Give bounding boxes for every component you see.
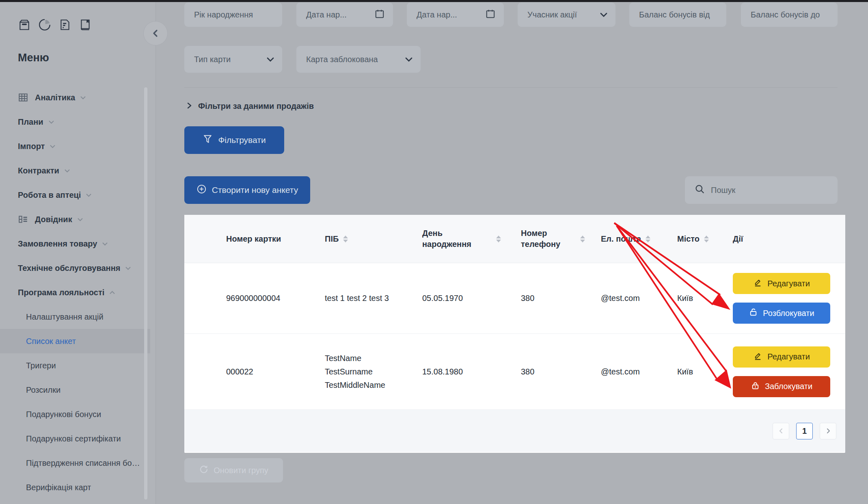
sort-icon[interactable] bbox=[580, 236, 585, 242]
calendar-icon bbox=[374, 9, 385, 21]
sidebar: Меню Аналітика Плани Імпорт Контракти Ро… bbox=[0, 2, 156, 504]
table-row: 969000000004 test 1 test 2 test 3 05.05.… bbox=[184, 263, 845, 334]
search-icon bbox=[695, 184, 705, 197]
promo-participant-placeholder: Учасник акції bbox=[527, 10, 600, 19]
chevron-down-icon bbox=[405, 55, 412, 64]
chevron-down-icon bbox=[64, 169, 70, 173]
sidebar-item-plans[interactable]: Плани bbox=[0, 110, 150, 134]
sidebar-item-questionnaire-list[interactable]: Список анкет bbox=[0, 329, 150, 353]
pagination-page-1[interactable]: 1 bbox=[796, 423, 813, 439]
cell-phone: 380 bbox=[521, 367, 601, 376]
bonus-balance-from-input[interactable]: Баланс бонусів від bbox=[629, 2, 726, 27]
cell-city: Київ bbox=[677, 294, 733, 303]
chevron-down-icon bbox=[600, 10, 607, 19]
pagination-prev-button[interactable] bbox=[773, 423, 789, 439]
chevron-down-icon bbox=[267, 55, 274, 64]
sidebar-item-card-verification[interactable]: Верифікація карт bbox=[0, 475, 150, 500]
edit-button[interactable]: Редагувати bbox=[733, 346, 830, 368]
cell-city: Київ bbox=[677, 367, 733, 376]
table-header-row: Номер картки ПІБ День народження Номер т… bbox=[184, 215, 845, 263]
sidebar-item-directory[interactable]: Довідник bbox=[0, 207, 150, 231]
search-input[interactable]: Пошук bbox=[685, 176, 838, 204]
list-icon bbox=[18, 214, 35, 225]
unlock-button[interactable]: Розблокувати bbox=[733, 303, 830, 324]
sort-icon[interactable] bbox=[496, 236, 501, 242]
unlock-icon bbox=[749, 307, 758, 319]
year-of-birth-placeholder: Рік народження bbox=[194, 10, 274, 19]
chevron-down-icon bbox=[86, 193, 92, 197]
column-header-email: Ел. пошта bbox=[601, 234, 677, 244]
sidebar-item-pharmacy-work[interactable]: Робота в аптеці bbox=[0, 183, 150, 207]
year-of-birth-input[interactable]: Рік народження bbox=[184, 2, 282, 27]
bonus-balance-to-placeholder: Баланс бонусів до bbox=[751, 10, 829, 19]
sidebar-scrollbar[interactable] bbox=[144, 87, 147, 500]
sidebar-item-contracts[interactable]: Контракти bbox=[0, 158, 150, 183]
sidebar-item-gift-certificates[interactable]: Подарункові сертифікати bbox=[0, 426, 150, 451]
update-group-button[interactable]: Оновити групу bbox=[184, 458, 283, 482]
chevron-up-icon bbox=[109, 290, 115, 295]
sort-icon[interactable] bbox=[343, 236, 348, 242]
bonus-balance-to-input[interactable]: Баланс бонусів до bbox=[741, 2, 838, 27]
calendar-icon bbox=[485, 9, 496, 21]
chevron-down-icon bbox=[48, 120, 54, 124]
filter-button[interactable]: Фільтрувати bbox=[184, 126, 284, 154]
sidebar-item-gift-bonuses[interactable]: Подарункові бонуси bbox=[0, 402, 150, 426]
funnel-icon bbox=[203, 134, 213, 146]
pencil-icon bbox=[753, 278, 762, 289]
sales-filters-toggle[interactable]: Фільтри за даними продажів bbox=[186, 102, 314, 111]
sidebar-item-triggers[interactable]: Тригери bbox=[0, 353, 150, 378]
sidebar-item-analytics[interactable]: Аналітика bbox=[0, 85, 150, 110]
card-blocked-select[interactable]: Карта заблокована bbox=[296, 46, 421, 73]
table-footer: 1 bbox=[184, 410, 845, 452]
chevron-down-icon bbox=[102, 242, 108, 246]
birth-date-to-placeholder: Дата нар... bbox=[417, 10, 485, 19]
cell-birthday: 05.05.1970 bbox=[422, 294, 521, 303]
document-icon[interactable] bbox=[58, 18, 71, 31]
create-questionnaire-button[interactable]: Створити нову анкету bbox=[184, 176, 310, 204]
sidebar-item-mailings[interactable]: Розсилки bbox=[0, 378, 150, 402]
sidebar-item-bonus-writeoff-confirmation[interactable]: Підтвердження списання бону... bbox=[0, 451, 150, 475]
chevron-down-icon bbox=[50, 144, 56, 149]
column-header-birthday: День народження bbox=[422, 228, 521, 250]
birth-date-to-input[interactable]: Дата нар... bbox=[407, 2, 504, 27]
sidebar-item-maintenance[interactable]: Технічне обслуговування bbox=[0, 256, 150, 280]
card-type-select[interactable]: Тип карти bbox=[184, 46, 282, 73]
cell-email: @test.com bbox=[601, 294, 677, 303]
cell-birthday: 15.08.1980 bbox=[422, 367, 521, 376]
column-header-phone: Номер телефону bbox=[521, 228, 601, 250]
sort-icon[interactable] bbox=[646, 236, 650, 242]
pagination-next-button[interactable] bbox=[820, 423, 836, 439]
bonus-balance-from-placeholder: Баланс бонусів від bbox=[639, 10, 718, 19]
filters-divider bbox=[184, 87, 838, 88]
book-icon[interactable] bbox=[79, 18, 92, 31]
sidebar-menu: Аналітика Плани Імпорт Контракти Робота … bbox=[0, 85, 150, 500]
sales-filters-label: Фільтри за даними продажів bbox=[198, 102, 314, 111]
column-header-card-number: Номер картки bbox=[226, 234, 325, 244]
sidebar-quick-icons bbox=[18, 18, 92, 31]
archive-box-icon[interactable] bbox=[18, 18, 31, 31]
birth-date-from-placeholder: Дата нар... bbox=[306, 10, 374, 19]
edit-button[interactable]: Редагувати bbox=[733, 273, 830, 294]
column-header-actions: Дії bbox=[733, 234, 845, 244]
search-placeholder: Пошук bbox=[711, 186, 735, 195]
chevron-down-icon bbox=[77, 217, 83, 222]
sidebar-item-loyalty-program[interactable]: Програма лояльності bbox=[0, 280, 150, 305]
sidebar-item-import[interactable]: Імпорт bbox=[0, 134, 150, 158]
block-button[interactable]: Заблокувати bbox=[733, 376, 830, 397]
cell-phone: 380 bbox=[521, 294, 601, 303]
column-header-full-name: ПІБ bbox=[325, 234, 422, 244]
cell-email: @test.com bbox=[601, 367, 677, 376]
birth-date-from-input[interactable]: Дата нар... bbox=[296, 2, 393, 27]
sort-icon[interactable] bbox=[704, 236, 709, 242]
promo-participant-select[interactable]: Учасник акції bbox=[518, 2, 615, 27]
pie-chart-icon[interactable] bbox=[38, 18, 51, 31]
sidebar-item-goods-order[interactable]: Замовлення товару bbox=[0, 231, 150, 256]
chevron-down-icon bbox=[80, 95, 86, 100]
sidebar-collapse-button[interactable] bbox=[143, 21, 168, 45]
column-header-city: Місто bbox=[677, 234, 733, 244]
menu-title: Меню bbox=[18, 52, 49, 64]
chevron-right-icon bbox=[186, 102, 192, 111]
sidebar-item-promo-settings[interactable]: Налаштування акцій bbox=[0, 305, 150, 329]
cell-card-number: 000022 bbox=[226, 367, 325, 376]
cell-full-name: test 1 test 2 test 3 bbox=[325, 292, 422, 305]
